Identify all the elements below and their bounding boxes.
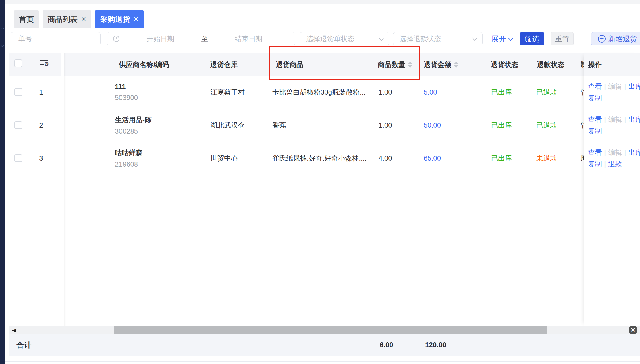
top-band [5,0,640,4]
supplier-name: 咕咕鲜森 [115,148,142,157]
close-icon[interactable]: ✕ [133,16,138,23]
view-link[interactable]: 查看 [588,82,602,90]
chevron-down-icon [508,35,514,41]
edit-link[interactable]: 编辑 [608,149,622,156]
amount-link[interactable]: 50.00 [424,121,441,129]
tab-purchase-return[interactable]: 采购退货 ✕ [95,10,144,28]
row-index: 1 [37,88,45,96]
fixed-column-shadow [64,53,66,326]
close-button[interactable]: ✕ [629,326,637,334]
select-placeholder: 选择退货单状态 [306,34,354,43]
row-checkbox[interactable] [14,121,22,129]
scroll-left-arrow[interactable]: ◀ [12,326,16,334]
row-separator [9,175,640,175]
product-cell: 雀氏纸尿裤,好奇,好奇小森林,... [272,154,367,163]
search-input[interactable] [18,34,108,43]
row-checkbox[interactable] [14,88,22,96]
supplier-code: 300285 [115,127,152,135]
view-link[interactable]: 查看 [588,149,602,156]
outbound-link[interactable]: 出库 [628,115,640,123]
purchase-return-page: 首页 商品列表 ✕ 采购退货 ✕ 开始日期 至 结束日期 选择退货单状态 选择退… [0,0,640,364]
filter-button[interactable]: 筛选 [520,32,544,45]
quantity-cell: 4.00 [379,154,392,162]
select-placeholder: 选择退款状态 [400,34,441,43]
page-bottom-border [5,361,640,362]
annotation-highlight-box [269,46,420,80]
supplier-cell: 咕咕鲜森 219608 [115,148,142,168]
chevron-down-icon [472,35,478,41]
refund-status-badge: 未退款 [536,154,557,163]
refund-status-badge: 已退款 [536,121,557,130]
table-row: 3 咕咕鲜森 219608 世贸中心 雀氏纸尿裤,好奇,好奇小森林,... 4.… [0,142,640,175]
fixed-column-gap [61,53,64,326]
view-link[interactable]: 查看 [588,115,602,123]
edit-link[interactable]: 编辑 [608,115,622,123]
supplier-name: 生活用品-陈 [115,115,152,124]
row-operations: 查看|编辑|出库 复制 [584,109,640,142]
start-date-placeholder[interactable]: 开始日期 [120,34,201,43]
supplier-code: 503900 [115,94,138,102]
edit-link[interactable]: 编辑 [608,82,622,90]
supplier-cell: 生活用品-陈 300285 [115,115,152,135]
tab-label: 商品列表 [48,14,78,24]
amount-link[interactable]: 5.00 [424,88,437,96]
supplier-cell: 111 503900 [115,83,138,102]
header-refund-status: 退款状态 [537,53,564,76]
return-status-badge: 已出库 [491,154,512,163]
horizontal-scrollbar-thumb[interactable] [114,326,547,334]
select-all-checkbox[interactable] [14,59,22,67]
return-order-status-select[interactable]: 选择退货单状态 [300,32,389,45]
sidebar-handle[interactable] [1,28,4,47]
row-checkbox[interactable] [14,154,22,162]
outbound-link[interactable]: 出库 [628,82,640,90]
add-return-label: 新增退货 [608,34,637,44]
expand-label: 展开 [491,34,506,44]
date-separator: 至 [201,34,208,43]
close-icon[interactable]: ✕ [81,16,86,23]
product-cell: 香蕉 [272,121,286,130]
row-index: 2 [37,121,45,129]
summary-label: 合计 [16,340,31,350]
summary-row: 合计 6.00 120.00 [9,334,640,356]
return-status-badge: 已出库 [491,121,512,130]
row-index: 3 [37,154,45,162]
table-row: 2 生活用品-陈 300285 湖北武汉仓 香蕉 1.00 50.00 已出库 … [0,109,640,142]
column-settings-icon[interactable]: ⚙ [40,60,48,67]
order-number-search[interactable] [11,32,101,45]
supplier-code: 219608 [115,160,142,168]
header-warehouse: 退货仓库 [210,53,238,76]
copy-link[interactable]: 复制 [588,160,602,168]
close-icon: ✕ [631,327,635,333]
warehouse-cell: 江夏蔡王村 [210,88,245,97]
amount-link[interactable]: 65.00 [424,154,441,162]
header-supplier: 供应商名称/编码 [119,53,169,76]
header-operation: 操作 [584,53,640,76]
left-sidebar [0,0,5,364]
refund-status-select[interactable]: 选择退款状态 [393,32,483,45]
end-date-placeholder[interactable]: 结束日期 [208,34,289,43]
tab-bar: 首页 商品列表 ✕ 采购退货 ✕ [14,10,144,28]
refund-status-badge: 已退款 [536,88,557,97]
tab-label: 首页 [19,14,34,24]
warehouse-cell: 世贸中心 [210,154,238,163]
chevron-down-icon [379,35,384,41]
add-return-button[interactable]: + 新增退货 [591,32,640,45]
tab-label: 采购退货 [100,14,130,24]
expand-filters-link[interactable]: 展开 [491,32,512,45]
plus-icon: + [598,35,606,43]
summary-quantity-total: 6.00 [380,341,393,349]
date-range-picker[interactable]: 开始日期 至 结束日期 [107,32,295,45]
row-operations: 查看|编辑|出库 复制 [584,76,640,109]
return-status-badge: 已出库 [491,88,512,97]
copy-link[interactable]: 复制 [588,94,602,102]
copy-link[interactable]: 复制 [588,127,602,135]
sort-icon[interactable] [454,61,458,68]
tab-product-list[interactable]: 商品列表 ✕ [43,10,91,28]
row-operations: 查看|编辑|出库 复制|退款 [584,142,640,175]
tab-home[interactable]: 首页 [14,10,39,28]
header-return-status: 退货状态 [491,53,518,76]
refund-link[interactable]: 退款 [608,160,622,168]
reset-button[interactable]: 重置 [551,32,574,45]
product-cell: 卡比兽白胡椒粉30g瓶装散粉... [272,88,365,97]
outbound-link[interactable]: 出库 [628,149,640,156]
